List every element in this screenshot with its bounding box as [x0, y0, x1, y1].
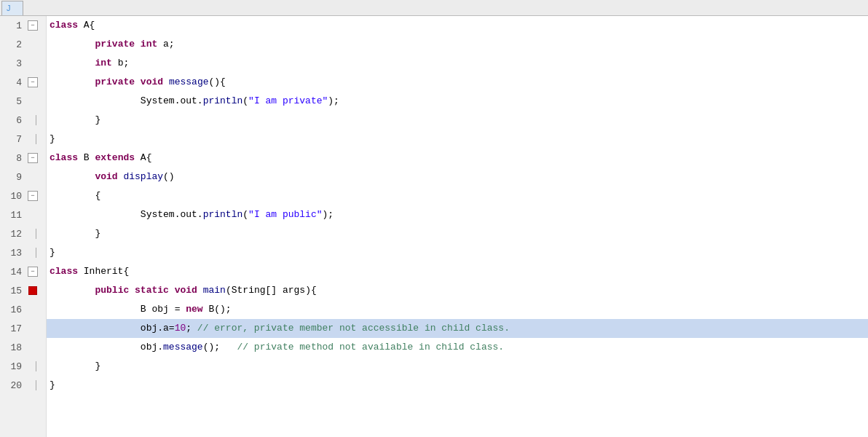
- string-token: "I am public": [248, 205, 322, 224]
- plain-token: (String[] args){: [226, 281, 317, 300]
- plain-token: }: [50, 130, 55, 149]
- code-line: class A{: [47, 16, 868, 35]
- plain-token: A{: [78, 16, 95, 35]
- method-token: main: [203, 281, 226, 300]
- plain-token: }: [50, 243, 55, 262]
- fold-minus-icon[interactable]: −: [28, 153, 38, 163]
- fold-cell: −: [26, 153, 41, 163]
- line-number: 1: [0, 20, 26, 31]
- method-token: display: [123, 168, 163, 186]
- code-line: }: [47, 357, 868, 376]
- plain-token: B: [78, 149, 95, 168]
- comment-token: // error, private member not accessible …: [197, 319, 510, 338]
- ide-window: J 1−234−5678−910−11121314−151617181920 c…: [0, 0, 868, 437]
- line-number: 5: [0, 96, 26, 107]
- plain-token: ;: [186, 319, 197, 338]
- plain-token: [50, 205, 141, 224]
- plain-token: A{: [135, 149, 151, 168]
- code-line: }: [47, 243, 868, 262]
- gutter-row: 14−: [0, 262, 46, 281]
- code-line: int b;: [47, 54, 868, 73]
- kw-token: class: [50, 262, 78, 281]
- kw-token: new: [186, 300, 202, 319]
- plain-token: );: [328, 92, 339, 111]
- plain-token: }: [95, 357, 100, 376]
- fold-cell: [26, 115, 41, 125]
- gutter-row: 18: [0, 338, 46, 357]
- fold-cell: −: [26, 77, 41, 87]
- fold-close-marker: [36, 115, 36, 125]
- code-line: private void message(){: [47, 73, 868, 92]
- plain-token: [197, 281, 203, 300]
- plain-token: [163, 73, 169, 92]
- plain-token: [135, 73, 141, 92]
- gutter-row: 1−: [0, 16, 46, 35]
- code-line: obj.message(); // private method not ava…: [47, 338, 868, 357]
- line-number: 10: [0, 191, 26, 202]
- line-number: 20: [0, 380, 26, 391]
- plain-token: (: [242, 92, 248, 111]
- gutter-row: 7: [0, 130, 46, 149]
- code-line: class B extends A{: [47, 149, 868, 168]
- gutter-row: 9: [0, 168, 46, 186]
- line-number: 18: [0, 342, 26, 353]
- code-line: System.out.println("I am private");: [47, 92, 868, 111]
- line-number: 16: [0, 304, 26, 315]
- fold-cell: −: [26, 191, 41, 201]
- plain-token: [50, 357, 95, 376]
- plain-token: (){: [208, 73, 225, 92]
- fold-cell: [26, 361, 41, 371]
- plain-token: }: [50, 376, 55, 395]
- gutter-row: 8−: [0, 149, 46, 168]
- kw-token: int: [141, 35, 157, 54]
- code-line: B obj = new B();: [47, 300, 868, 319]
- fold-minus-icon[interactable]: −: [28, 267, 38, 277]
- fold-close-marker: [36, 248, 36, 258]
- plain-token: [50, 338, 141, 357]
- plain-token: System.out.: [141, 205, 203, 224]
- kw-token: public: [95, 281, 129, 300]
- kw-token: class: [50, 149, 78, 168]
- gutter-row: 10−: [0, 186, 46, 205]
- plain-token: System.out.: [141, 92, 203, 111]
- method-token: println: [203, 205, 243, 224]
- plain-token: [50, 281, 95, 300]
- line-number: 19: [0, 361, 26, 372]
- gutter-row: 15: [0, 281, 46, 300]
- file-tab[interactable]: J: [1, 1, 23, 15]
- kw-token: void: [175, 281, 197, 300]
- line-number: 3: [0, 58, 26, 69]
- fold-close-marker: [36, 134, 36, 144]
- plain-token: b;: [112, 54, 129, 73]
- plain-token: [50, 319, 141, 338]
- plain-token: (): [163, 168, 175, 186]
- gutter: 1−234−5678−910−11121314−151617181920: [0, 16, 47, 437]
- tab-bar: J: [0, 0, 868, 16]
- gutter-row: 4−: [0, 73, 46, 92]
- line-number: 8: [0, 153, 26, 164]
- kw-token: private: [95, 35, 135, 54]
- plain-token: obj.: [141, 338, 163, 357]
- plain-token: a;: [157, 35, 174, 54]
- fold-minus-icon[interactable]: −: [28, 191, 38, 201]
- plain-token: [50, 300, 141, 319]
- string-token: "I am private": [248, 92, 328, 111]
- plain-token: (: [242, 205, 248, 224]
- plain-token: [50, 111, 95, 130]
- line-number: 2: [0, 39, 26, 50]
- number-token: 10: [175, 319, 186, 338]
- method-token: message: [163, 338, 203, 357]
- fold-cell: [26, 229, 41, 239]
- line-number: 12: [0, 229, 26, 240]
- gutter-row: 13: [0, 243, 46, 262]
- gutter-row: 2: [0, 35, 46, 54]
- fold-cell: [26, 380, 41, 390]
- plain-token: [50, 224, 95, 243]
- code-line: {: [47, 186, 868, 205]
- fold-close-marker: [36, 229, 36, 239]
- line-number: 6: [0, 115, 26, 126]
- kw-token: void: [95, 168, 117, 186]
- fold-minus-icon[interactable]: −: [28, 20, 38, 31]
- gutter-row: 6: [0, 111, 46, 130]
- fold-minus-icon[interactable]: −: [28, 77, 38, 87]
